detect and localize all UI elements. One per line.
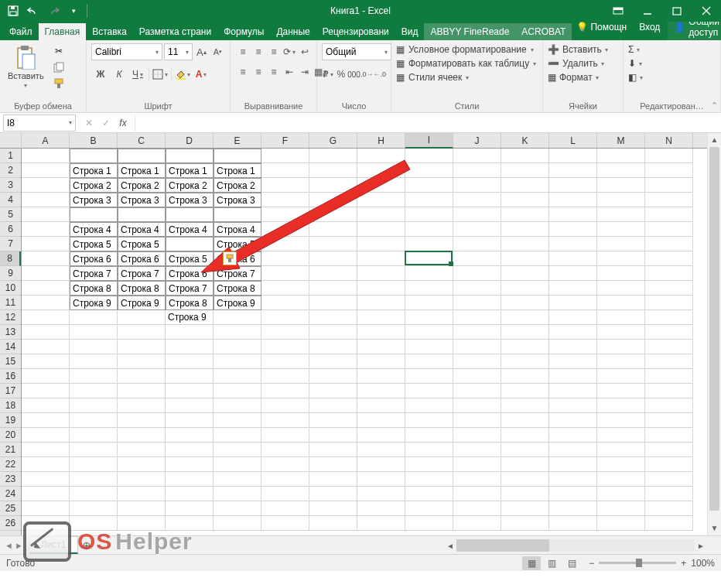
cell[interactable]: Строка 7 — [214, 266, 261, 281]
cell[interactable] — [22, 310, 70, 325]
cell[interactable] — [70, 457, 118, 472]
tell-me-button[interactable]: 💡Помощн — [572, 19, 631, 35]
cells-area[interactable]: Строка 1Строка 1Строка 1Строка 1Строка 2… — [22, 149, 707, 535]
cell[interactable] — [118, 457, 166, 472]
cell[interactable] — [166, 501, 214, 516]
cell[interactable]: Строка 6 — [214, 251, 261, 266]
row-header[interactable]: 2 — [0, 163, 21, 178]
cell[interactable] — [405, 281, 453, 296]
align-right-icon[interactable]: ≡ — [266, 63, 282, 80]
cell[interactable] — [405, 237, 453, 251]
cell[interactable] — [357, 163, 405, 178]
cell[interactable] — [70, 149, 118, 163]
cell[interactable] — [549, 325, 597, 340]
cell[interactable] — [357, 501, 405, 516]
cell[interactable] — [22, 193, 70, 207]
cell[interactable] — [405, 149, 453, 163]
column-header[interactable]: M — [597, 133, 645, 148]
cell[interactable] — [261, 266, 309, 281]
cell[interactable] — [22, 237, 70, 251]
cell[interactable] — [214, 354, 261, 369]
hscroll-thumb[interactable] — [456, 539, 549, 552]
cell[interactable] — [22, 354, 70, 369]
cell[interactable] — [22, 296, 70, 310]
cell[interactable] — [645, 149, 693, 163]
cell[interactable] — [214, 487, 261, 501]
cut-icon[interactable]: ✂ — [50, 43, 67, 59]
cell[interactable] — [645, 340, 693, 354]
column-header[interactable]: I — [405, 133, 453, 149]
cell[interactable]: Строка 6 — [166, 266, 214, 281]
cell[interactable] — [645, 237, 693, 251]
column-header[interactable]: A — [22, 133, 70, 148]
tab-data[interactable]: Данные — [270, 23, 316, 40]
cell[interactable] — [357, 325, 405, 340]
insert-cells-button[interactable]: ➕Вставить▾ — [548, 43, 608, 56]
cell[interactable] — [70, 354, 118, 369]
increase-font-icon[interactable]: A▴ — [194, 43, 209, 60]
cell[interactable] — [597, 310, 645, 325]
format-painter-icon[interactable] — [50, 76, 67, 91]
cell[interactable] — [22, 281, 70, 296]
cell[interactable] — [357, 472, 405, 487]
cell[interactable] — [22, 325, 70, 340]
row-header[interactable]: 24 — [0, 487, 21, 501]
cell[interactable] — [261, 310, 309, 325]
row-header[interactable]: 4 — [0, 193, 21, 207]
cell[interactable] — [405, 384, 453, 398]
cell[interactable] — [597, 516, 645, 531]
column-header[interactable]: J — [453, 133, 501, 148]
tab-abbyy[interactable]: ABBYY FineReade — [424, 23, 515, 40]
cell[interactable] — [405, 501, 453, 516]
cell[interactable] — [261, 472, 309, 487]
row-header[interactable]: 18 — [0, 398, 21, 413]
cell[interactable] — [549, 487, 597, 501]
cell[interactable] — [309, 251, 357, 266]
cell[interactable]: Строка 5 — [214, 237, 261, 251]
clear-button[interactable]: ◧▾ — [628, 71, 643, 84]
column-header[interactable]: L — [549, 133, 597, 148]
cell[interactable] — [405, 398, 453, 413]
cell[interactable] — [405, 207, 453, 222]
cell[interactable] — [453, 207, 501, 222]
format-cells-button[interactable]: ▦Формат▾ — [548, 71, 599, 84]
cell[interactable] — [645, 384, 693, 398]
cell[interactable] — [501, 516, 549, 531]
select-all-button[interactable] — [0, 133, 22, 149]
cell[interactable]: Строка 5 — [70, 237, 118, 251]
cell[interactable] — [118, 310, 166, 325]
conditional-formatting-button[interactable]: ▦Условное форматирование▾ — [396, 43, 534, 56]
cell[interactable] — [214, 369, 261, 384]
row-header[interactable]: 22 — [0, 457, 21, 472]
cell[interactable] — [70, 501, 118, 516]
cell[interactable] — [549, 443, 597, 457]
row-header[interactable]: 21 — [0, 443, 21, 457]
formula-input[interactable] — [135, 115, 721, 132]
cell[interactable] — [261, 251, 309, 266]
cell[interactable] — [645, 310, 693, 325]
cell[interactable] — [261, 443, 309, 457]
cell[interactable] — [118, 413, 166, 428]
decrease-indent-icon[interactable]: ⇤ — [282, 63, 297, 80]
cell[interactable] — [261, 384, 309, 398]
cell[interactable] — [357, 207, 405, 222]
cell[interactable] — [309, 428, 357, 443]
page-break-view-icon[interactable]: ▤ — [562, 556, 581, 570]
cell[interactable] — [22, 413, 70, 428]
cell[interactable] — [261, 457, 309, 472]
cell[interactable] — [261, 398, 309, 413]
accounting-format-icon[interactable]: ₽ — [322, 66, 335, 83]
scroll-down-icon[interactable]: ▼ — [708, 521, 721, 535]
cell[interactable] — [645, 354, 693, 369]
cell[interactable] — [597, 413, 645, 428]
cell[interactable] — [22, 163, 70, 178]
cell[interactable] — [405, 340, 453, 354]
cell[interactable] — [118, 340, 166, 354]
cell[interactable] — [501, 325, 549, 340]
cell[interactable] — [549, 413, 597, 428]
cell[interactable] — [166, 354, 214, 369]
cell[interactable] — [309, 149, 357, 163]
cell[interactable] — [309, 354, 357, 369]
cell[interactable] — [118, 384, 166, 398]
cell[interactable] — [645, 296, 693, 310]
